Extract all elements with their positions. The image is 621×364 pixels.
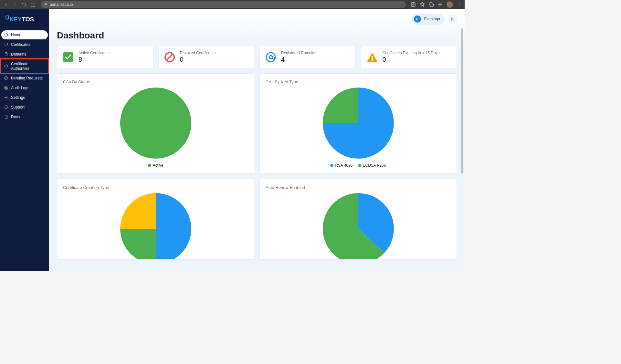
svg-point-10 <box>5 97 7 98</box>
stat-label: Certificates Expiring in < 15 Days <box>383 51 440 55</box>
bookmark-star-icon[interactable] <box>419 2 425 7</box>
target-icon <box>4 86 8 90</box>
stat-label: Revoked Certificates <box>180 51 216 55</box>
stat-card: Certificates Expiring in < 15 Days0 <box>361 46 457 68</box>
sidebar-item-label: Certificates <box>11 42 30 47</box>
warn-icon <box>366 51 378 63</box>
sidebar-item-label: Pending Requests <box>11 76 43 80</box>
page-title: Dashboard <box>49 29 465 46</box>
legend-item: Active <box>148 163 163 168</box>
sidebar-item-docs[interactable]: Docs <box>1 112 48 121</box>
reading-list-icon[interactable] <box>437 2 443 7</box>
logo-left-text: KEY <box>10 16 22 23</box>
browser-chrome: portal.ezca.io <box>0 0 465 9</box>
pie-chart <box>323 88 394 159</box>
stat-value: 8 <box>79 56 110 63</box>
home-nav-button[interactable] <box>30 1 36 8</box>
svg-rect-0 <box>45 5 47 6</box>
chart-card: Auto Renew EnabledManual LifecycleAutoma… <box>259 179 457 260</box>
svg-point-4 <box>459 6 459 6</box>
user-pill[interactable]: F Flamingo <box>412 14 445 25</box>
sidebar-item-label: Docs <box>11 115 20 119</box>
stat-card: Revoked Certificates0 <box>158 46 255 68</box>
file-icon <box>4 52 8 57</box>
home-icon <box>4 33 8 37</box>
logo[interactable]: KEY TOS <box>0 12 49 30</box>
logo-right-text: TOS <box>22 16 34 23</box>
chart-card: CAs By StatusActive <box>57 73 254 174</box>
svg-rect-17 <box>372 59 373 61</box>
svg-point-6 <box>6 53 6 54</box>
check-icon <box>62 51 74 63</box>
address-bar[interactable]: portal.ezca.io <box>41 1 406 8</box>
shield-icon <box>4 42 8 47</box>
logout-icon <box>450 16 455 22</box>
sidebar-item-label: Audit Logs <box>11 86 29 90</box>
stat-label: Active Certificates <box>79 51 110 55</box>
sidebar-item-certificates[interactable]: Certificates <box>1 40 48 49</box>
stat-label: Registered Domains <box>281 51 316 55</box>
sidebar-item-pending-requests[interactable]: Pending Requests <box>1 74 48 83</box>
extensions-icon[interactable] <box>428 2 434 7</box>
page-icon <box>4 115 8 119</box>
chart-card: Certificate Creation TypeAzure Key Vault… <box>57 179 254 260</box>
svg-rect-5 <box>5 53 7 56</box>
legend-label: Active <box>153 163 163 168</box>
kebab-menu-icon[interactable] <box>456 2 462 7</box>
sidebar-item-settings[interactable]: Settings <box>1 93 48 102</box>
legend-item: RSA 4096 <box>330 163 353 168</box>
pie-chart <box>323 193 394 260</box>
legend-label: ECDSA P256 <box>363 163 386 168</box>
svg-rect-16 <box>372 56 373 59</box>
stat-value: 0 <box>383 56 440 63</box>
legend-label: RSA 4096 <box>335 163 353 168</box>
svg-point-9 <box>5 87 7 89</box>
ban-icon <box>164 51 175 63</box>
legend-dot <box>358 164 361 167</box>
sidebar-item-label: Support <box>11 105 25 109</box>
legend-item: ECDSA P256 <box>358 163 386 168</box>
chart-legend: Active <box>148 163 163 168</box>
sidebar-item-label: Home <box>11 33 21 37</box>
svg-point-3 <box>459 4 459 5</box>
user-avatar: F <box>414 16 421 23</box>
stat-card: Registered Domains4 <box>259 46 356 68</box>
sidebar-item-domains[interactable]: Domains <box>1 50 48 59</box>
main-content: F Flamingo Dashboard Active Certificates… <box>49 9 465 271</box>
topbar: F Flamingo <box>49 9 465 29</box>
sidebar-item-support[interactable]: Support <box>1 103 48 112</box>
share-icon[interactable] <box>410 2 416 7</box>
sidebar: KEY TOS HomeCertificatesDomainsCertifica… <box>0 9 49 271</box>
scrollbar[interactable] <box>461 28 464 270</box>
cloud-icon <box>4 64 8 68</box>
legend-dot <box>148 164 151 167</box>
gear-icon <box>4 95 8 100</box>
chart-legend: RSA 4096ECDSA P256 <box>330 163 386 168</box>
stat-value: 4 <box>281 56 316 63</box>
user-name: Flamingo <box>424 17 440 21</box>
stat-card: Active Certificates8 <box>57 46 153 68</box>
pie-chart <box>120 88 191 159</box>
profile-avatar-icon[interactable] <box>447 1 453 8</box>
back-button[interactable] <box>3 1 9 8</box>
logout-button[interactable] <box>448 15 457 24</box>
chart-title: Auto Renew Enabled <box>266 185 451 190</box>
chat-icon <box>4 105 8 109</box>
svg-point-8 <box>5 86 8 90</box>
sidebar-item-home[interactable]: Home <box>1 30 48 39</box>
pie-chart <box>120 193 191 260</box>
svg-point-2 <box>459 3 459 3</box>
svg-point-7 <box>5 77 8 80</box>
chart-title: CAs By Key Type <box>266 79 451 84</box>
circle-check-icon <box>4 76 8 80</box>
sidebar-item-audit-logs[interactable]: Audit Logs <box>1 83 48 92</box>
sidebar-item-label: Domains <box>11 52 26 57</box>
reload-button[interactable] <box>21 1 27 8</box>
lock-icon <box>44 3 48 6</box>
sidebar-item-certificate-authorities[interactable]: Certificate Authorities <box>0 58 49 74</box>
forward-button[interactable] <box>12 1 18 8</box>
sidebar-item-label: Certificate Authorities <box>11 62 45 71</box>
svg-point-18 <box>120 88 191 159</box>
legend-dot <box>330 164 333 167</box>
sidebar-item-label: Settings <box>11 95 25 100</box>
